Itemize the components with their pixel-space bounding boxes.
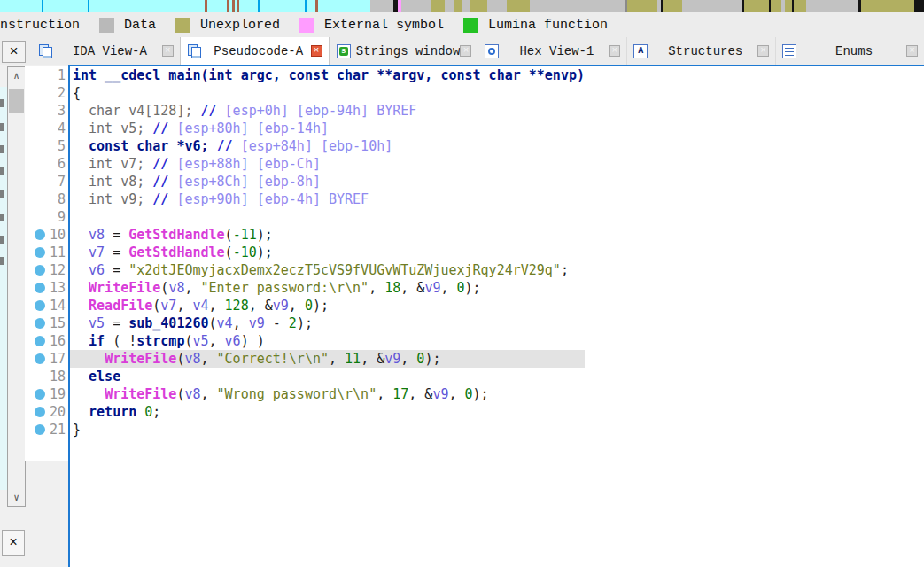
code-token: v6: [225, 333, 241, 349]
band-segment: [370, 0, 393, 12]
code-token: [73, 280, 89, 296]
breakpoint-dot[interactable]: [35, 283, 45, 293]
code-line-19[interactable]: WriteFile(v8, "Wrong password\r\n", 17, …: [70, 385, 924, 403]
breakpoint-dot[interactable]: [35, 424, 45, 435]
gutter-row: 18: [25, 368, 68, 385]
left-scrollbar[interactable]: ∧ ∨: [7, 66, 26, 507]
breakpoint-dot[interactable]: [35, 247, 45, 258]
pseudocode-pane[interactable]: int __cdecl main(int argc, const char **…: [68, 65, 924, 567]
line-number: 6: [58, 156, 66, 172]
clipped-text-fragment: [0, 99, 4, 107]
band-segment: [462, 0, 470, 12]
code-token: v8: [184, 351, 200, 367]
scroll-up-icon[interactable]: ∧: [8, 70, 25, 82]
code-line-20[interactable]: return 0;: [70, 403, 924, 421]
strings-icon: s: [337, 44, 351, 58]
tab-close-button[interactable]: ×: [609, 45, 620, 57]
code-line-6[interactable]: int v7; // [esp+88h] [ebp-Ch]: [70, 155, 924, 173]
band-segment: [663, 0, 682, 12]
line-number: 2: [58, 85, 66, 101]
band-segment: [861, 0, 914, 12]
navigation-band[interactable]: [0, 0, 924, 12]
breakpoint-dot[interactable]: [35, 353, 45, 364]
code-token: 0: [457, 280, 465, 296]
band-segment: [307, 0, 315, 12]
dock-close-button[interactable]: ×: [2, 41, 26, 63]
tab-close-button[interactable]: ×: [311, 45, 322, 57]
code-line-12[interactable]: v6 = "x2dtJEOmyjacxDemx2eczT5cVS9fVUGvWT…: [70, 261, 924, 279]
code-token: const char *v6;: [73, 138, 217, 154]
code-token: [esp+88h] [ebp-Ch]: [176, 156, 321, 172]
gutter-row: 7: [25, 173, 68, 190]
tab-close-button[interactable]: ×: [906, 45, 918, 57]
tab-ida-view-a[interactable]: IDA View-A×: [32, 37, 180, 65]
breakpoint-dot[interactable]: [35, 318, 45, 329]
breakpoint-dot[interactable]: [35, 407, 45, 417]
code-line-18[interactable]: else: [70, 368, 924, 385]
code-token: ,: [400, 351, 416, 367]
legend-label: Data: [124, 18, 156, 33]
code-line-13[interactable]: WriteFile(v8, "Enter password:\r\n", 18,…: [70, 279, 924, 297]
band-segment: [207, 0, 227, 12]
tab-close-button[interactable]: ×: [162, 45, 174, 57]
legend-item: nstruction: [0, 18, 80, 33]
code-line-16[interactable]: if ( !strcmp(v5, v6) ): [70, 332, 924, 350]
code-line-4[interactable]: int v5; // [esp+80h] [ebp-14h]: [70, 120, 924, 137]
gutter-row: 10: [25, 226, 68, 244]
tab-hex-view-1[interactable]: Hex View-1×: [478, 37, 626, 65]
scrollbar-thumb[interactable]: [9, 89, 24, 113]
code-token: ,: [440, 280, 456, 296]
code-token: );: [257, 245, 273, 260]
breakpoint-dot[interactable]: [35, 389, 45, 400]
code-token: v9: [384, 351, 400, 367]
code-token: 17: [392, 386, 408, 402]
code-token: v9: [249, 315, 265, 331]
code-token: v7: [89, 245, 105, 260]
legend-label: External symbol: [324, 18, 444, 33]
code-line-5[interactable]: const char *v6; // [esp+84h] [ebp-10h]: [70, 137, 924, 155]
breakpoint-dot[interactable]: [35, 265, 45, 276]
bottom-panel-close-button[interactable]: ×: [2, 530, 25, 556]
code-line-7[interactable]: int v8; // [esp+8Ch] [ebp-8h]: [70, 173, 924, 190]
code-token: 0: [465, 386, 473, 402]
tab-enums[interactable]: Enums×: [775, 37, 924, 65]
code-line-11[interactable]: v7 = GetStdHandle(-10);: [70, 244, 924, 261]
code-line-1[interactable]: int __cdecl main(int argc, const char **…: [70, 66, 924, 84]
code-line-9[interactable]: [70, 208, 924, 226]
legend-item: Lumina function: [463, 18, 608, 33]
tab-label: Enums: [802, 44, 906, 58]
band-segment: [785, 0, 792, 12]
code-line-17[interactable]: WriteFile(v8, "Correct!\r\n", 11, &v9, 0…: [70, 350, 585, 368]
tab-pseudocode-a[interactable]: Pseudocode-A×: [180, 37, 330, 65]
breakpoint-dot[interactable]: [35, 336, 45, 346]
code-token: [esp+0h] [ebp-94h] BYREF: [225, 103, 417, 119]
tab-label: IDA View-A: [58, 44, 162, 58]
tab-label: Hex View-1: [504, 44, 609, 58]
clipped-text-fragment: [0, 236, 4, 244]
code-token: "x2dtJEOmyjacxDemx2eczT5cVS9fVUGvWTuZWju…: [128, 262, 561, 278]
code-token: ,: [233, 315, 249, 331]
band-segment: [914, 0, 924, 12]
code-token: , &: [408, 386, 432, 402]
code-line-21[interactable]: }: [70, 421, 924, 439]
gutter-row: 13: [25, 279, 68, 297]
code-line-3[interactable]: char v4[128]; // [esp+0h] [ebp-94h] BYRE…: [70, 102, 924, 120]
breakpoint-dot[interactable]: [35, 229, 45, 240]
code-line-15[interactable]: v5 = sub_401260(v4, v9 - 2);: [70, 315, 924, 332]
code-token: v7: [160, 298, 176, 314]
tab-close-button[interactable]: ×: [757, 45, 769, 57]
code-line-14[interactable]: ReadFile(v7, v4, 128, &v9, 0);: [70, 297, 924, 315]
code-token: }: [73, 422, 81, 438]
tab-structures[interactable]: AStructures×: [626, 37, 775, 65]
code-line-2[interactable]: {: [70, 84, 924, 102]
code-token: , &: [400, 280, 424, 296]
tab-strings-window[interactable]: sStrings window×: [330, 37, 478, 65]
code-line-10[interactable]: v8 = GetStdHandle(-11);: [70, 226, 924, 244]
legend-item: Data: [99, 18, 156, 33]
breakpoint-dot[interactable]: [35, 300, 45, 311]
tab-close-button[interactable]: ×: [460, 45, 471, 57]
legend-item: External symbol: [299, 18, 444, 33]
code-token: {: [73, 85, 81, 101]
code-line-8[interactable]: int v9; // [esp+90h] [ebp-4h] BYREF: [70, 190, 924, 208]
scroll-down-icon[interactable]: ∨: [8, 492, 25, 503]
